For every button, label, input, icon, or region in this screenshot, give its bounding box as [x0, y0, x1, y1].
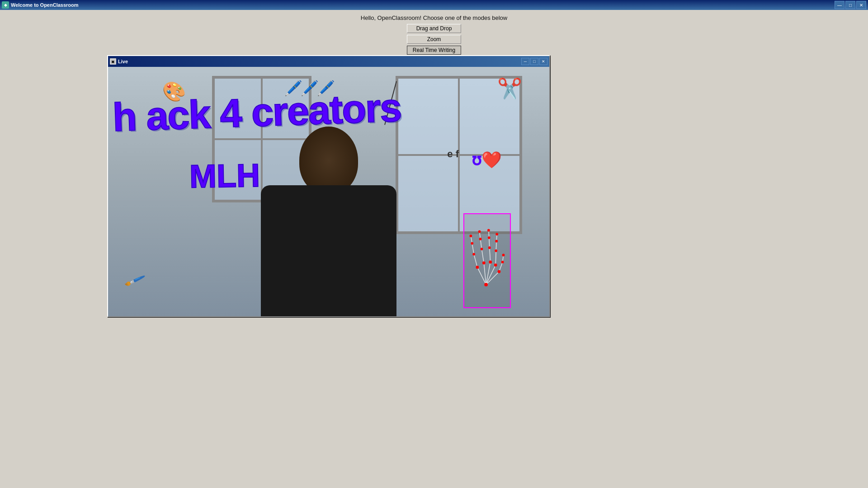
close-button[interactable]: ✕ — [856, 1, 866, 9]
live-title-bar: ▣ Live ─ □ ✕ — [108, 56, 549, 67]
person-head — [299, 127, 358, 194]
svg-point-25 — [472, 253, 475, 256]
camera-area: 🖌️ 🎨 🖊️🖊️🖊️ ✂️ h ack 4 creators MLH e f … — [108, 67, 549, 316]
svg-point-35 — [495, 240, 498, 243]
live-close-button[interactable]: ✕ — [539, 58, 547, 65]
svg-point-34 — [495, 249, 497, 252]
svg-point-29 — [479, 238, 482, 240]
background-window-right — [396, 76, 522, 234]
svg-point-31 — [488, 246, 491, 249]
svg-point-22 — [489, 261, 492, 264]
svg-point-30 — [478, 230, 481, 233]
svg-point-38 — [502, 254, 505, 257]
svg-point-19 — [484, 283, 488, 286]
detected-checkmark: ʊ❤️ — [472, 150, 502, 169]
live-window-icon: ▣ — [110, 58, 116, 65]
svg-point-28 — [481, 248, 483, 250]
main-content: Hello, OpenClassroom! Choose one of the … — [0, 10, 868, 488]
maximize-button[interactable]: □ — [845, 1, 855, 9]
detected-text-label: e f — [447, 148, 459, 160]
svg-line-12 — [489, 238, 490, 248]
svg-point-37 — [501, 261, 504, 263]
mode-buttons: Drag and Drop Zoom Real Time Writing — [361, 24, 507, 55]
svg-line-6 — [472, 244, 474, 254]
svg-line-8 — [481, 249, 484, 263]
drag-drop-button[interactable]: Drag and Drop — [407, 24, 461, 33]
zoom-button[interactable]: Zoom — [407, 35, 461, 44]
live-window: ▣ Live ─ □ ✕ 🖌️ 🎨 — [107, 55, 550, 317]
app-icon: ◆ — [2, 1, 9, 9]
app-title: Welcome to OpenClassroom — [11, 2, 79, 8]
real-time-writing-button[interactable]: Real Time Writing — [407, 46, 461, 55]
live-maximize-button[interactable]: □ — [530, 58, 538, 65]
svg-point-21 — [482, 261, 486, 264]
svg-point-27 — [470, 235, 472, 237]
svg-line-11 — [490, 248, 491, 262]
person-silhouette — [243, 127, 415, 316]
svg-line-15 — [496, 241, 496, 251]
svg-point-33 — [487, 229, 490, 232]
header-section: Hello, OpenClassroom! Choose one of the … — [361, 14, 507, 55]
hand-detection-box — [463, 213, 511, 308]
svg-line-17 — [499, 262, 503, 272]
svg-line-3 — [486, 265, 495, 285]
live-window-controls: ─ □ ✕ — [521, 58, 547, 65]
svg-line-14 — [495, 251, 496, 265]
live-minimize-button[interactable]: ─ — [521, 58, 529, 65]
svg-point-32 — [488, 236, 491, 239]
svg-point-20 — [476, 266, 479, 269]
svg-point-23 — [494, 263, 497, 267]
svg-point-24 — [498, 270, 501, 273]
live-window-title: Live — [118, 59, 521, 64]
hand-skeleton-svg — [464, 214, 510, 307]
svg-line-5 — [474, 254, 477, 267]
app-title-bar: ◆ Welcome to OpenClassroom — □ ✕ — [0, 0, 868, 10]
svg-line-9 — [481, 239, 482, 249]
svg-point-26 — [471, 242, 473, 245]
greeting-text: Hello, OpenClassroom! Choose one of the … — [361, 14, 507, 21]
svg-point-36 — [495, 233, 498, 235]
title-bar-controls: — □ ✕ — [835, 1, 866, 9]
minimize-button[interactable]: — — [835, 1, 844, 9]
person-body — [261, 185, 396, 316]
